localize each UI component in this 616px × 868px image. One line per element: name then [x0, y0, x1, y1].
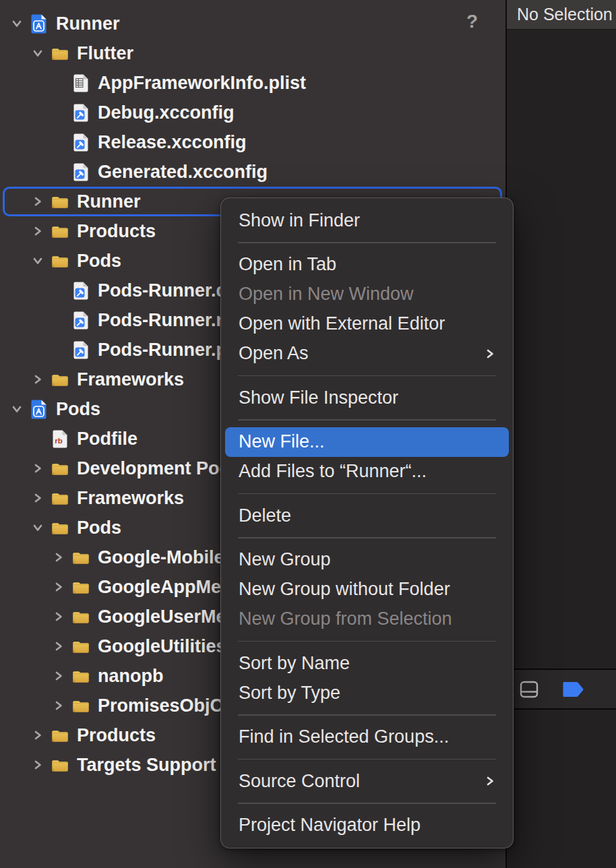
flag-icon[interactable]	[562, 681, 585, 698]
tree-item-label: Debug.xcconfig	[98, 102, 235, 123]
disclosure-chevron-icon[interactable]	[32, 374, 43, 385]
menu-item-show-in-finder[interactable]: Show in Finder	[221, 206, 513, 235]
menu-item-label: Open in Tab	[239, 254, 495, 275]
folder-icon	[51, 487, 69, 509]
inspector-panel: No Selection	[505, 0, 616, 868]
tree-item-label: Targets Support F	[77, 755, 233, 776]
menu-item-label: Source Control	[239, 771, 485, 792]
editor-layout-icon[interactable]	[520, 680, 538, 699]
tree-item-label: GoogleAppMea	[98, 577, 231, 598]
disclosure-spacer	[53, 78, 64, 89]
disclosure-chevron-icon[interactable]	[32, 463, 43, 474]
menu-item-open-with-external-editor[interactable]: Open with External Editor	[221, 309, 513, 339]
disclosure-chevron-icon[interactable]	[32, 48, 43, 59]
menu-item-label: Show File Inspector	[239, 388, 495, 408]
disclosure-chevron-icon[interactable]	[11, 18, 22, 30]
tree-row-debug-xcconfig[interactable]: Debug.xcconfig	[0, 98, 505, 127]
menu-item-new-group-without-folder[interactable]: New Group without Folder	[221, 575, 513, 604]
tree-item-label: Podfile	[77, 429, 137, 450]
disclosure-chevron-icon[interactable]	[32, 730, 43, 741]
menu-item-sort-by-name[interactable]: Sort by Name	[221, 648, 513, 678]
tree-item-label: Pods	[77, 251, 121, 272]
tree-item-label: Pods-Runner.d	[98, 280, 227, 301]
tree-row-release-xcconfig[interactable]: Release.xcconfig	[0, 127, 505, 157]
inspector-toolbar	[507, 669, 616, 710]
tree-item-label: PromisesObjC	[98, 695, 223, 716]
folder-icon	[71, 665, 90, 687]
folder-icon	[71, 695, 90, 716]
disclosure-chevron-icon[interactable]	[53, 552, 64, 563]
menu-item-sort-by-type[interactable]: Sort by Type	[221, 678, 513, 708]
menu-item-source-control[interactable]: Source Control	[221, 766, 513, 796]
disclosure-chevron-icon[interactable]	[32, 255, 43, 267]
disclosure-chevron-icon[interactable]	[53, 582, 64, 593]
folder-icon	[71, 636, 90, 657]
tree-item-label: Pods	[56, 399, 100, 420]
disclosure-chevron-icon[interactable]	[11, 404, 22, 415]
menu-item-open-as[interactable]: Open As	[221, 339, 513, 369]
svg-text:rb: rb	[55, 436, 63, 444]
folder-icon	[51, 369, 69, 390]
disclosure-chevron-icon[interactable]	[53, 641, 64, 652]
context-menu: Show in FinderOpen in TabOpen in New Win…	[220, 197, 514, 848]
submenu-chevron-icon	[485, 348, 495, 359]
ruby-icon: rb	[51, 428, 69, 450]
xcconfig-icon	[71, 131, 90, 153]
tree-row-generated-xcconfig[interactable]: Generated.xcconfig	[0, 157, 505, 187]
menu-item-label: Delete	[239, 505, 495, 526]
menu-item-label: New Group without Folder	[239, 579, 495, 600]
disclosure-spacer	[53, 166, 64, 178]
menu-separator	[238, 714, 496, 716]
menu-item-find-in-selected-groups[interactable]: Find in Selected Groups...	[221, 722, 513, 752]
tree-item-label: Pods-Runner.p	[98, 340, 227, 361]
menu-item-label: Open with External Editor	[239, 313, 495, 334]
menu-item-label: Sort by Name	[239, 653, 495, 674]
folder-icon	[51, 754, 69, 776]
xcconfig-icon	[71, 102, 90, 123]
menu-item-open-in-tab[interactable]: Open in Tab	[221, 250, 513, 280]
disclosure-chevron-icon[interactable]	[53, 611, 64, 623]
tree-item-label: Runner	[77, 191, 141, 212]
menu-item-label: Find in Selected Groups...	[239, 726, 495, 747]
disclosure-chevron-icon[interactable]	[32, 493, 43, 504]
menu-separator	[238, 803, 496, 804]
tree-row-appframeworkinfo-plist[interactable]: AppFrameworkInfo.plist	[0, 68, 505, 98]
menu-item-delete[interactable]: Delete	[221, 501, 513, 530]
disclosure-chevron-icon[interactable]	[32, 226, 43, 237]
xcconfig-icon	[71, 309, 90, 331]
menu-item-label: Open in New Window	[239, 284, 495, 305]
tree-row-runner[interactable]: Runner	[0, 9, 505, 38]
menu-item-new-group-from-selection: New Group from Selection	[221, 604, 513, 634]
disclosure-chevron-icon[interactable]	[53, 671, 64, 682]
disclosure-chevron-icon[interactable]	[32, 522, 43, 534]
disclosure-chevron-icon[interactable]	[32, 760, 43, 771]
menu-separator	[238, 537, 496, 538]
menu-item-open-in-new-window: Open in New Window	[221, 280, 513, 309]
menu-item-show-file-inspector[interactable]: Show File Inspector	[221, 383, 513, 412]
disclosure-spacer	[53, 344, 64, 356]
menu-separator	[238, 375, 496, 377]
menu-item-new-group[interactable]: New Group	[221, 545, 513, 575]
xcode-project-icon	[30, 13, 48, 34]
submenu-chevron-icon	[485, 776, 495, 786]
folder-icon	[51, 220, 69, 242]
menu-item-label: New Group from Selection	[239, 609, 495, 629]
disclosure-spacer	[53, 137, 64, 148]
tree-item-label: Flutter	[77, 43, 133, 64]
tree-row-flutter[interactable]: Flutter	[0, 38, 505, 68]
folder-icon	[51, 724, 69, 746]
menu-item-new-file[interactable]: New File...	[225, 427, 509, 457]
menu-item-add-files-to-runner[interactable]: Add Files to “Runner“...	[221, 457, 513, 487]
inspector-header: No Selection	[507, 0, 616, 30]
menu-item-label: Show in Finder	[239, 210, 495, 231]
menu-separator	[238, 419, 496, 421]
disclosure-chevron-icon[interactable]	[32, 196, 43, 208]
tree-item-label: Generated.xcconfig	[98, 162, 268, 183]
xcconfig-icon	[71, 161, 90, 183]
disclosure-chevron-icon[interactable]	[53, 700, 64, 712]
menu-item-label: Project Navigator Help	[239, 815, 495, 836]
menu-item-project-navigator-help[interactable]: Project Navigator Help	[221, 811, 513, 840]
help-cursor-badge: ?	[466, 11, 478, 32]
menu-item-label: Sort by Type	[239, 683, 495, 704]
menu-item-label: Add Files to “Runner“...	[239, 461, 495, 482]
